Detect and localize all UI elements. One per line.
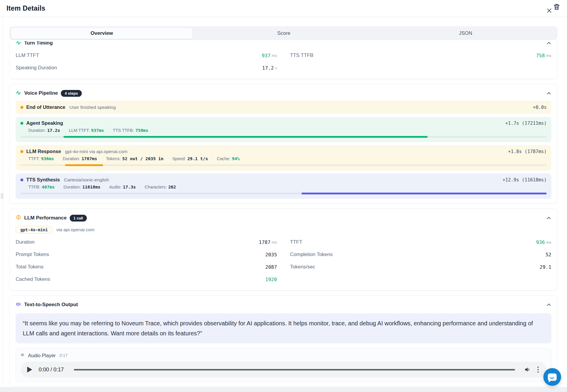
metric-prompt-tokens: Prompt Tokens 2035	[16, 248, 277, 261]
activity-pulse-icon	[16, 90, 21, 97]
metric-tokens-per-sec: Tokens/sec 29.1	[290, 261, 551, 273]
chevron-up-icon[interactable]	[546, 41, 551, 46]
model-provider: via api.openai.com	[56, 227, 94, 232]
tab-score[interactable]: Score	[193, 27, 374, 39]
step-offset: +1.7s (17211ms)	[505, 121, 547, 126]
tab-json[interactable]: JSON	[375, 27, 556, 39]
metric-total-tokens: Total Tokens 2087	[16, 261, 277, 273]
audio-time: 0:00 / 0:17	[39, 367, 64, 373]
timeline-bar-tts	[302, 193, 547, 194]
trash-icon[interactable]	[553, 3, 561, 12]
panel-header: Item Details	[0, 0, 567, 17]
play-button[interactable]	[27, 367, 32, 373]
resize-grip-icon[interactable]	[1, 193, 4, 199]
overflow-menu-icon[interactable]	[536, 365, 540, 374]
drawer-edge	[3, 17, 3, 387]
timeline-track	[20, 193, 547, 194]
chat-widget-button[interactable]	[543, 368, 561, 386]
page-background-strip	[0, 387, 567, 392]
timeline-bar-llm	[65, 164, 103, 166]
brain-icon	[16, 215, 21, 222]
chat-bubble-icon	[548, 373, 557, 381]
activity-pulse-icon	[16, 41, 21, 47]
speaker-icon	[16, 301, 21, 308]
model-badge: gpt-4o-mini	[16, 226, 53, 234]
timeline-track	[20, 136, 547, 138]
pipeline-step-tts-synthesis: TTS Synthesis Cartesia/sonic-english +12…	[16, 173, 551, 199]
header-actions	[542, 2, 563, 16]
tts-output-card: Text-to-Speech Output “It seems like you…	[9, 295, 558, 386]
chevron-up-icon[interactable]	[546, 302, 551, 307]
speaker-icon	[21, 352, 25, 358]
step-offset: +1.8s (1787ms)	[508, 149, 547, 154]
close-icon[interactable]	[546, 8, 552, 15]
tab-bar: Overview Score JSON	[9, 26, 558, 40]
section-title: Turn Timing	[24, 41, 53, 46]
metric-tts-ttfb: TTS TTFB 758 ms	[290, 49, 551, 62]
metric-completion-tokens: Completion Tokens 52	[290, 248, 551, 261]
section-title: Voice Pipeline	[24, 90, 58, 96]
tab-overview[interactable]: Overview	[11, 27, 193, 39]
voice-pipeline-card: Voice Pipeline 4 steps End of Utterance …	[9, 84, 558, 204]
step-dot-icon	[20, 106, 23, 109]
timeline-bar-agent	[63, 136, 428, 138]
section-title: LLM Performance	[24, 215, 67, 221]
timeline-track	[20, 164, 547, 166]
metric-duration: Duration 1787 ms	[16, 236, 277, 248]
audio-scrubber[interactable]	[74, 369, 515, 370]
metric-cached-tokens: Cached Tokens 1920	[16, 273, 277, 286]
step-offset: +0.0s	[533, 105, 547, 110]
turn-timing-card: Turn Timing LLM TTFT 937 ms TTS TTFB 758…	[9, 41, 558, 79]
audio-player-label: Audio Player	[28, 353, 56, 358]
pipeline-step-agent-speaking: Agent Speaking +1.7s (17211ms) Duration:…	[16, 117, 551, 142]
chevron-up-icon[interactable]	[546, 216, 551, 221]
step-dot-icon	[20, 122, 23, 125]
llm-performance-card: LLM Performance 1 call gpt-4o-mini via a…	[9, 209, 558, 291]
audio-controls: 0:00 / 0:17	[21, 362, 546, 378]
step-offset: +12.9s (11618ms)	[503, 177, 547, 183]
step-dot-icon	[20, 150, 23, 153]
pipeline-step-end-of-utterance: End of Utterance User finished speaking …	[16, 101, 551, 114]
section-title: Text-to-Speech Output	[24, 302, 78, 308]
pipeline-step-llm-response: LLM Response gpt-4o-mini via api.openai.…	[16, 145, 551, 170]
page-title: Item Details	[6, 4, 45, 12]
metric-llm-ttft: LLM TTFT 937 ms	[16, 49, 277, 62]
metric-empty	[290, 273, 551, 286]
panel-content: Overview Score JSON Turn Timing LLM TTFT…	[0, 26, 567, 391]
audio-duration: 0:17	[60, 353, 68, 358]
audio-player: Audio Player 0:17 0:00 / 0:17	[16, 348, 551, 381]
scroll-area[interactable]: Turn Timing LLM TTFT 937 ms TTS TTFB 758…	[9, 41, 558, 391]
step-dot-icon	[20, 178, 23, 181]
steps-count-badge: 4 steps	[61, 90, 82, 97]
chevron-up-icon[interactable]	[546, 91, 551, 96]
metric-speaking-duration: Speaking Duration 17.2 s	[16, 62, 277, 74]
call-count-badge: 1 call	[70, 215, 87, 222]
tts-transcript: “It seems like you may be referring to N…	[16, 313, 551, 343]
metric-ttft: TTFT 936 ms	[290, 236, 551, 248]
metric-empty	[290, 62, 551, 74]
volume-icon[interactable]	[524, 366, 531, 373]
